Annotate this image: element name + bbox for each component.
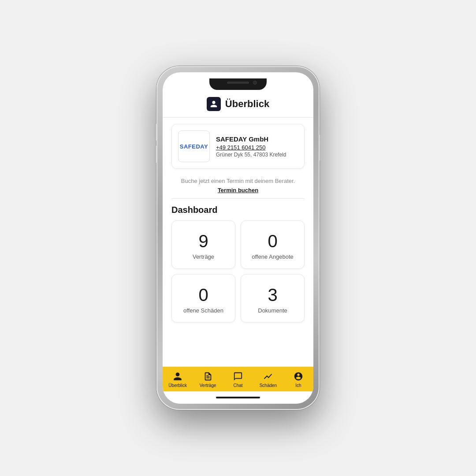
nav-item-ueberblick[interactable]: Überblick [163,371,193,388]
volume-down-button [155,145,156,163]
section-divider [171,198,305,199]
appointment-section: Buche jetzt einen Termin mit deinem Bera… [171,175,305,198]
angebote-number: 0 [268,232,277,250]
power-button [320,134,321,161]
header-person-icon [207,97,221,111]
page-header: Überblick [163,90,313,117]
dashboard-title: Dashboard [171,205,305,215]
home-bar [216,397,260,398]
nav-ich-label: Ich [295,383,301,388]
scroll-area: SAFEDAY SAFEDAY GmbH +49 2151 6041 250 G… [163,124,313,367]
page-title: Überblick [225,98,269,110]
nav-ueberblick-label: Überblick [168,383,187,388]
schaeden-label: offene Schäden [183,307,223,314]
nav-schaeden-icon [263,371,273,382]
notch [209,78,267,90]
bottom-nav: Überblick Verträge [163,367,313,391]
company-card[interactable]: SAFEDAY SAFEDAY GmbH +49 2151 6041 250 G… [171,124,305,169]
nav-vertraege-icon [203,371,213,382]
phone-frame: Überblick SAFEDAY SAFEDAY GmbH +49 2151 … [156,66,320,410]
phone-screen: Überblick SAFEDAY SAFEDAY GmbH +49 2151 … [163,72,313,404]
nav-item-chat[interactable]: Chat [223,371,253,388]
volume-up-button [155,123,156,141]
vertraege-label: Verträge [193,253,214,260]
header-divider [163,117,313,118]
nav-schaeden-label: Schäden [260,383,277,388]
nav-vertraege-label: Verträge [200,383,216,388]
vertraege-number: 9 [198,232,208,250]
nav-item-vertraege[interactable]: Verträge [193,371,223,388]
appointment-link[interactable]: Termin buchen [218,187,258,193]
angebote-label: offene Angebote [252,253,293,260]
dashboard-card-vertraege[interactable]: 9 Verträge [171,220,235,269]
nav-item-schaeden[interactable]: Schäden [253,371,283,388]
nav-chat-icon [233,371,243,382]
company-address: Grüner Dyk 55, 47803 Krefeld [216,152,298,158]
dashboard-card-dokumente[interactable]: 3 Dokumente [241,274,305,323]
dashboard-card-angebote[interactable]: 0 offene Angebote [241,220,305,269]
company-phone[interactable]: +49 2151 6041 250 [216,144,298,151]
appointment-text: Buche jetzt einen Termin mit deinem Bera… [171,178,305,184]
dashboard-grid: 9 Verträge 0 offene Angebote 0 offene Sc… [171,220,305,323]
nav-chat-label: Chat [233,383,242,388]
dashboard-card-schaeden[interactable]: 0 offene Schäden [171,274,235,323]
home-indicator [163,391,313,404]
person-svg [210,100,218,108]
dokumente-number: 3 [268,286,277,304]
speaker [227,82,249,84]
company-info: SAFEDAY GmbH +49 2151 6041 250 Grüner Dy… [216,135,298,158]
app-content: Überblick SAFEDAY SAFEDAY GmbH +49 2151 … [163,90,313,404]
company-name: SAFEDAY GmbH [216,135,298,143]
nav-item-ich[interactable]: Ich [283,371,313,388]
camera [253,81,257,85]
nav-ueberblick-icon [172,371,183,382]
company-logo-text: SAFEDAY [180,143,208,150]
schaeden-number: 0 [198,286,208,304]
nav-ich-icon [293,371,304,382]
company-logo: SAFEDAY [178,130,210,162]
dokumente-label: Dokumente [258,307,287,314]
